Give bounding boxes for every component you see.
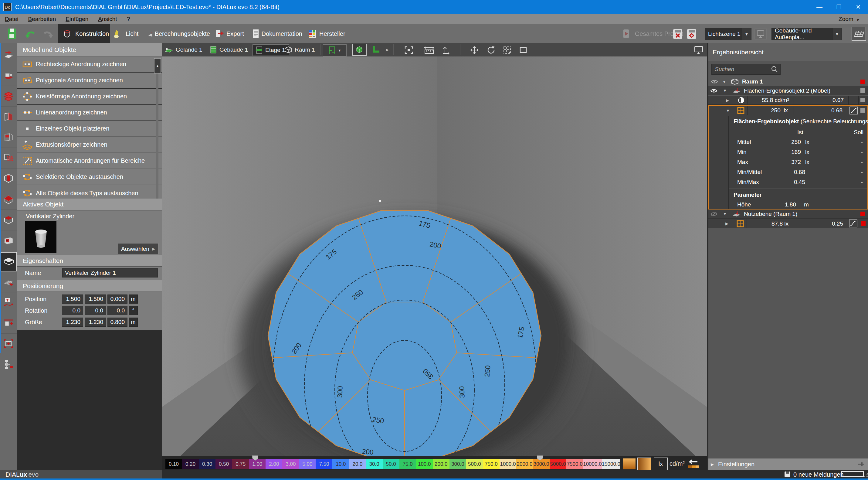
menu-help[interactable]: ? xyxy=(122,16,135,23)
menu-ansicht[interactable]: Ansicht xyxy=(93,16,122,23)
size-y-field[interactable]: 1.230 xyxy=(85,318,106,327)
toolstrip-furniture-tool[interactable] xyxy=(1,252,17,271)
room-color-swatch[interactable] xyxy=(860,80,865,84)
tool-polygon-arrangement[interactable]: Polygonale Anordnung zeichnen xyxy=(17,72,162,88)
light-scene-select[interactable]: Lichtszene 1 xyxy=(705,28,744,40)
row-color-swatch[interactable] xyxy=(861,221,866,226)
auto-scale-button[interactable] xyxy=(685,457,701,470)
einstellungen-bar[interactable]: ▶ Einstellungen xyxy=(708,458,868,470)
scene-3d-viewport[interactable]: 175 175 175 175 200 200 200 250 250 250 … xyxy=(162,57,707,456)
toolstrip-column-tool[interactable] xyxy=(1,170,16,188)
grid-tool-button[interactable] xyxy=(501,46,513,55)
tab-export[interactable]: Export xyxy=(213,24,246,43)
tab-raum[interactable]: Raum 1 xyxy=(284,44,315,55)
planning-mode-select[interactable]: Gebäude- und Außenpla... xyxy=(772,28,835,40)
view-more-arrow[interactable]: ▶ xyxy=(385,47,390,53)
toolstrip-roof-tool[interactable] xyxy=(1,190,16,208)
toolstrip-wall-tool[interactable] xyxy=(1,108,16,126)
unit-cdm2-button[interactable]: cd/m² xyxy=(670,460,685,467)
view-plan-button[interactable] xyxy=(369,44,383,55)
position-y-field[interactable]: 1.500 xyxy=(85,295,106,304)
collapse-arrow[interactable]: ▼ xyxy=(722,80,726,84)
collapse-arrow[interactable]: ▼ xyxy=(726,109,730,113)
move-tool-button[interactable] xyxy=(469,46,480,55)
gradient-display-button[interactable] xyxy=(623,458,636,469)
collapse-arrow[interactable]: ▼ xyxy=(723,88,727,93)
search-box[interactable]: Suchen xyxy=(711,64,781,75)
tool-swap-selected[interactable]: Selektierte Objekte austauschen xyxy=(17,169,162,185)
menu-zoom[interactable]: Zoom ▸ xyxy=(834,16,868,23)
rotation-z-field[interactable]: 0.0 xyxy=(107,306,127,315)
size-z-field[interactable]: 0.800 xyxy=(107,318,127,327)
tab-dokumentation[interactable]: Dokumentation xyxy=(250,24,302,43)
toolstrip-structure-tool[interactable] xyxy=(1,355,16,373)
messages-text[interactable]: 0 neue Meldungen xyxy=(793,471,844,478)
size-x-field[interactable]: 1.230 xyxy=(62,318,83,327)
tool-line-arrangement[interactable]: Linienanordnung zeichnen xyxy=(17,105,162,121)
toolstrip-opening-tool[interactable] xyxy=(1,231,16,249)
measure-button[interactable] xyxy=(423,46,436,55)
result-row-nutzebene-value[interactable]: ▶ 87.8 lx 0.25 xyxy=(708,219,868,228)
row-color-swatch[interactable] xyxy=(860,108,865,113)
toolstrip-light-band-tool[interactable] xyxy=(1,314,16,332)
tool-list-scrollbar[interactable] xyxy=(156,73,158,199)
expand-arrow[interactable]: ▶ xyxy=(725,221,728,226)
row-color-swatch[interactable] xyxy=(860,212,865,216)
tool-auto-arrangement[interactable]: Automatische Anordnungen für Bereiche xyxy=(17,153,162,169)
eye-icon[interactable] xyxy=(710,88,717,93)
expand-arrow[interactable]: ▶ xyxy=(726,98,729,102)
toolstrip-site-tool[interactable] xyxy=(1,46,16,64)
cancel-calculation-icon[interactable] xyxy=(673,29,683,39)
name-field[interactable]: Vertikaler Zylinder 1 xyxy=(62,268,158,277)
toolstrip-measure-area-tool[interactable] xyxy=(1,335,16,353)
row-color-swatch[interactable] xyxy=(860,98,865,102)
select-object-button[interactable]: Auswählen ▶ xyxy=(118,243,158,255)
tool-extrusion[interactable]: Extrusionskörper zeichnen xyxy=(17,137,162,153)
tool-circle-arrangement[interactable]: Kreisförmige Anordnung zeichnen xyxy=(17,89,162,104)
menu-einfuegen[interactable]: Einfügen xyxy=(61,16,93,23)
tab-licht[interactable]: Licht xyxy=(111,24,143,43)
height-measure-button[interactable] xyxy=(441,46,452,55)
planning-mode-dropdown-arrow[interactable]: ▼ xyxy=(832,28,842,40)
tab-etage[interactable]: Etage 1 xyxy=(252,44,289,56)
rotate-tool-button[interactable] xyxy=(485,46,497,55)
collapse-arrow[interactable]: ▼ xyxy=(723,212,727,216)
minimize-button[interactable]: — xyxy=(810,0,829,14)
unit-lx-button[interactable]: lx xyxy=(654,457,668,470)
view-3d-button[interactable] xyxy=(352,44,367,56)
curve-diagram-icon[interactable] xyxy=(849,107,858,115)
rotation-x-field[interactable]: 0.0 xyxy=(62,306,83,315)
tool-list-scroll-up[interactable]: ▲ xyxy=(154,58,161,73)
menu-datei[interactable]: Datei xyxy=(0,16,23,23)
maximize-button[interactable]: ☐ xyxy=(829,0,848,14)
toolstrip-text-tool[interactable]: T xyxy=(1,293,16,311)
position-z-field[interactable]: 0.000 xyxy=(107,295,127,304)
eye-off-icon[interactable] xyxy=(710,211,717,217)
table-view-button[interactable] xyxy=(851,27,866,41)
view-mode-dropdown[interactable]: ▼ xyxy=(323,44,347,57)
result-row-illuminance[interactable]: ▼ 250 lx 0.68 xyxy=(709,106,867,115)
curve-diagram-icon[interactable] xyxy=(849,219,857,228)
save-icon[interactable] xyxy=(7,28,18,39)
tree-row-surface-object[interactable]: ▼ Flächen-Ergebnisobjekt 2 (Möbel) xyxy=(708,86,868,95)
viewport-display-button[interactable] xyxy=(692,45,705,55)
tree-row-nutzebene[interactable]: ▼ Nutzebene (Raum 1) xyxy=(708,209,868,219)
tool-single-object[interactable]: Einzelnes Objekt platzieren xyxy=(17,121,162,137)
tree-row-raum1[interactable]: ▼ Raum 1 xyxy=(708,77,868,86)
tab-gebaeude[interactable]: Gebäude 1 xyxy=(209,44,248,55)
tool-rect-arrangement[interactable]: Rechteckige Anordnung zeichnen xyxy=(17,57,162,72)
isoline-display-button[interactable] xyxy=(637,457,651,470)
toolstrip-room-tool[interactable] xyxy=(1,149,16,167)
toolstrip-storeys-tool[interactable] xyxy=(1,87,16,105)
rect-select-button[interactable] xyxy=(518,46,529,55)
pin-icon[interactable] xyxy=(857,461,865,467)
toolstrip-ceiling-tool[interactable] xyxy=(1,211,16,229)
toolstrip-window-tool[interactable] xyxy=(1,128,16,146)
object-color-swatch[interactable] xyxy=(860,88,865,93)
tab-gelaende[interactable]: Gelände 1 xyxy=(164,44,203,55)
position-x-field[interactable]: 1.500 xyxy=(62,295,83,304)
menu-bearbeiten[interactable]: Bearbeiten xyxy=(23,16,61,23)
tab-hersteller[interactable]: Hersteller xyxy=(306,24,347,43)
resize-grip-icon[interactable] xyxy=(864,472,868,477)
eye-icon[interactable] xyxy=(711,79,718,84)
